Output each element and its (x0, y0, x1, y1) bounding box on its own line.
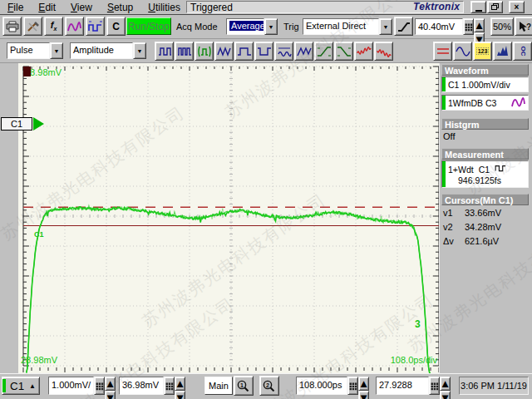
timebase-label: 108.0ps/div (391, 355, 438, 365)
trigger-level-field[interactable]: 40.40mV (415, 18, 463, 35)
v1-value: 33.66mV (465, 208, 501, 218)
amplitude-measure-button[interactable] (294, 42, 313, 61)
menu-file[interactable]: File (0, 0, 31, 13)
channel-up-arrow-icon: ▲ (29, 382, 36, 390)
restore-button[interactable] (487, 1, 503, 13)
zoom-50-button[interactable]: 50% (490, 17, 514, 36)
zoom-magnifier-1-button[interactable]: 1 (234, 376, 254, 396)
positive-width-measure-button[interactable] (234, 42, 254, 61)
wfmdb-row[interactable]: 1WfmDB C3 (441, 95, 529, 111)
type-dropdown-arrow-icon[interactable]: ▼ (133, 42, 146, 59)
c1-marker-arrow-icon[interactable] (33, 117, 44, 131)
channel-scale-row[interactable]: C1 1.000mV/div (441, 76, 529, 92)
tools-button[interactable] (23, 17, 42, 36)
keypad-button[interactable] (164, 377, 175, 395)
measure-category-value: Pulse (7, 42, 50, 59)
keypad-button[interactable] (429, 377, 440, 395)
tektronix-logo: Tektronix (413, 1, 460, 12)
cursor-v2-row: v234.28mV (443, 222, 530, 232)
burst-width-measure-button[interactable] (214, 42, 234, 61)
cursor-v1-row: v133.66mV (443, 208, 530, 218)
position-field[interactable]: 27.9288 (376, 377, 429, 395)
acq-mode-value: Average (229, 21, 264, 31)
waveform-display[interactable]: 38.98mV 28.98mV 108.0ps/div 3 C1 (18, 63, 439, 373)
svg-text:2: 2 (266, 382, 269, 388)
measurement-toolbar: Pulse ▼ Amplitude ▼ 123 OC (0, 39, 532, 63)
keypad-button[interactable] (463, 18, 474, 35)
gated-width-measure-button[interactable] (195, 42, 214, 61)
vertical-dock-button[interactable]: OC (513, 42, 532, 61)
position-increment-button[interactable]: ▲ (440, 377, 451, 391)
measurement-row[interactable]: 1+Wdt C1 946.9125fs (441, 160, 529, 188)
acq-mode-combo[interactable]: Average ▼ (226, 18, 278, 35)
measure-type-value: Amplitude (70, 42, 133, 59)
c1-trace[interactable] (27, 205, 431, 372)
offset-decrement-button[interactable]: ▼ (175, 391, 185, 399)
horizontal-cursors-button[interactable] (433, 42, 452, 61)
function-button[interactable]: fx (44, 17, 63, 36)
negative-width-measure-button[interactable] (254, 42, 273, 61)
histogram-state: Off (443, 131, 455, 141)
channel-select-label: C1 (10, 380, 24, 392)
pulse-autoset-button[interactable] (86, 17, 105, 36)
keypad-button[interactable] (94, 377, 105, 395)
wfmdb-text: 1WfmDB C3 (448, 98, 511, 108)
keypad-button[interactable] (347, 377, 358, 395)
trigger-slope-button[interactable] (394, 17, 413, 36)
close-button[interactable]: × (509, 1, 525, 13)
c1-position-marker[interactable]: C1 (1, 117, 32, 131)
menu-view[interactable]: View (63, 0, 100, 13)
measure-type-combo[interactable]: Amplitude ▼ (70, 42, 146, 59)
period-measure-button[interactable] (155, 42, 174, 61)
channel-select-button[interactable]: C1 ▲ (2, 377, 40, 395)
menu-setup[interactable]: Setup (100, 0, 140, 13)
negative-jitter-measure-button[interactable] (374, 42, 393, 61)
menu-edit[interactable]: Edit (31, 0, 63, 13)
vertical-scale-field[interactable]: 1.000mV/ (48, 377, 94, 395)
positive-jitter-measure-button[interactable] (354, 42, 373, 61)
time-scale-field[interactable]: 108.000ps (296, 377, 347, 395)
trigger-source-combo[interactable]: External Direct ▼ (303, 18, 392, 35)
mean-measure-button[interactable] (274, 42, 293, 61)
c1-trace[interactable] (27, 206, 431, 372)
position-decrement-button[interactable]: ▼ (440, 391, 451, 399)
print-button[interactable] (2, 17, 22, 36)
oscilloscope-application: FileEditViewSetupUtilitiesHelp Triggered… (0, 0, 532, 399)
trace-ref-label: C1 (34, 230, 44, 239)
category-dropdown-arrow-icon[interactable]: ▼ (50, 42, 63, 59)
level-increment-button[interactable]: ▲ (474, 18, 485, 32)
v1-label: v1 (443, 208, 453, 218)
rise-time-measure-button[interactable] (314, 42, 333, 61)
measurement-name: 1+Wdt (448, 165, 474, 175)
vertical-offset-field[interactable]: 36.98mV (119, 377, 164, 395)
fall-time-measure-button[interactable] (334, 42, 353, 61)
scale-decrement-button[interactable]: ▼ (105, 391, 116, 399)
restore-icon (491, 3, 499, 11)
edge-marker-3: 3 (415, 318, 421, 330)
clear-button[interactable]: C (106, 17, 126, 36)
trigger-dropdown-arrow-icon[interactable]: ▼ (379, 18, 392, 35)
waveform-database-button[interactable] (453, 42, 472, 61)
channel-scale-text: C1 1.000mV/div (448, 80, 510, 90)
timebase-decrement-button[interactable]: ▼ (358, 391, 369, 399)
context-help-button[interactable]: ? (515, 17, 532, 36)
histogram-header: Histgrm (441, 118, 529, 130)
offset-increment-button[interactable]: ▲ (175, 377, 185, 391)
zoom-magnifier-2-button[interactable]: 2 (259, 376, 279, 396)
main-timebase-button[interactable]: Main (204, 377, 233, 395)
measurement-readout-button[interactable]: 123 (473, 42, 492, 61)
vertical-offset-group: 36.98mV ▲▼ (119, 377, 185, 395)
waveform-button[interactable] (65, 17, 84, 36)
trigger-source-value: External Direct (303, 18, 379, 35)
minimize-button[interactable] (470, 1, 486, 13)
c1-trace[interactable] (27, 207, 431, 373)
histogram-button[interactable] (493, 42, 512, 61)
frequency-measure-button[interactable] (175, 42, 194, 61)
measure-category-combo[interactable]: Pulse ▼ (7, 42, 63, 59)
dv-label: Δv (443, 236, 454, 246)
acq-mode-dropdown-arrow-icon[interactable]: ▼ (264, 18, 278, 35)
run-stop-button[interactable]: Run/Stop (126, 17, 171, 35)
scale-increment-button[interactable]: ▲ (105, 377, 116, 391)
timebase-increment-button[interactable]: ▲ (358, 377, 369, 391)
menu-utilities[interactable]: Utilities (140, 0, 188, 13)
